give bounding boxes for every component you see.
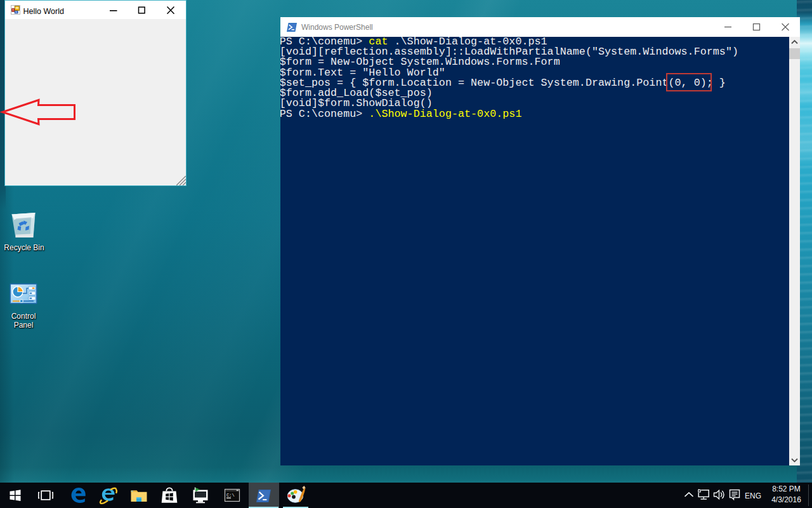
svg-text:C:\: C:\ xyxy=(226,493,235,498)
